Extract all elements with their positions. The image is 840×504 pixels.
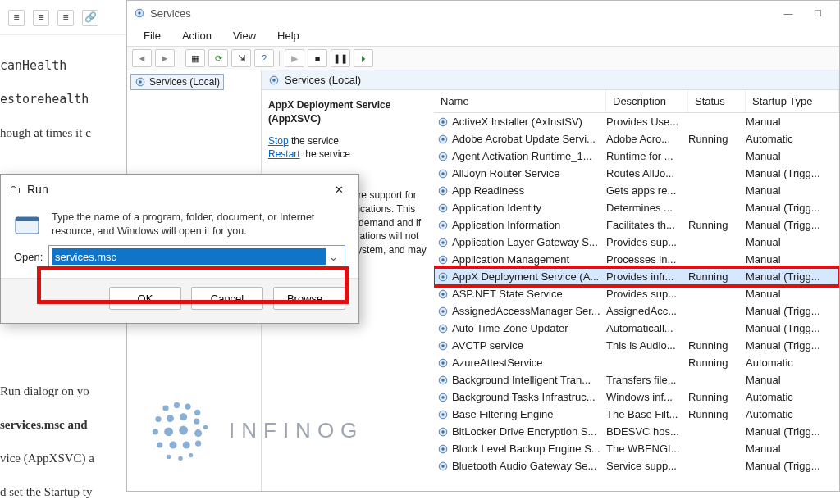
- services-titlebar: Services — ☐: [127, 1, 839, 25]
- service-row[interactable]: ASP.NET State ServiceProvides sup...Manu…: [434, 285, 839, 302]
- run-open-combobox[interactable]: ⌄: [48, 245, 345, 268]
- svg-point-27: [441, 293, 445, 296]
- svg-point-65: [183, 442, 190, 449]
- align-center-icon[interactable]: ≡: [33, 10, 49, 26]
- stop-link[interactable]: Stop: [268, 135, 289, 147]
- column-description[interactable]: Description: [606, 90, 688, 112]
- svg-point-50: [162, 405, 168, 411]
- menu-help[interactable]: Help: [269, 27, 308, 44]
- menu-action[interactable]: Action: [174, 27, 220, 44]
- run-titlebar: 🗀 Run ✕: [1, 175, 358, 204]
- play-icon[interactable]: ▶: [285, 49, 304, 67]
- service-row[interactable]: Adobe Acrobat Update Servi...Adobe Acro.…: [434, 130, 839, 148]
- services-gear-icon: [134, 7, 145, 19]
- pause-icon[interactable]: ❚❚: [331, 49, 350, 67]
- svg-point-5: [272, 79, 276, 82]
- svg-point-45: [441, 447, 445, 451]
- svg-point-64: [170, 442, 177, 449]
- svg-rect-49: [16, 217, 39, 221]
- cancel-button[interactable]: Cancel: [191, 287, 263, 310]
- svg-point-56: [180, 413, 187, 420]
- svg-point-29: [441, 310, 445, 313]
- svg-point-61: [179, 426, 188, 435]
- help-icon[interactable]: ?: [254, 49, 274, 67]
- nav-forward-icon[interactable]: ►: [155, 49, 175, 67]
- service-row[interactable]: BitLocker Drive Encryption S...BDESVC ho…: [434, 423, 839, 440]
- service-row[interactable]: Bluetooth Audio Gateway Se...Service sup…: [434, 457, 839, 474]
- refresh-icon[interactable]: ⟳: [208, 49, 228, 67]
- service-row[interactable]: Base Filtering EngineThe Base Filt...Run…: [434, 406, 839, 423]
- services-window-title: Services: [150, 7, 191, 20]
- services-columns-header: Name Description Status Startup Type: [434, 90, 839, 113]
- svg-point-58: [203, 425, 208, 429]
- svg-point-7: [441, 120, 445, 124]
- run-dialog: 🗀 Run ✕ Type the name of a program, fold…: [0, 174, 359, 324]
- align-right-icon[interactable]: ≡: [57, 10, 74, 26]
- service-row[interactable]: Application InformationFacilitates th...…: [434, 216, 839, 234]
- service-row[interactable]: Background Intelligent Tran...Transfers …: [434, 371, 839, 388]
- export-icon[interactable]: ⇲: [231, 49, 251, 67]
- menu-file[interactable]: File: [135, 27, 169, 44]
- services-list: Name Description Status Startup Type Act…: [434, 90, 839, 491]
- svg-point-11: [441, 155, 445, 158]
- run-folder-icon: 🗀: [9, 183, 21, 196]
- svg-point-47: [441, 465, 445, 468]
- detail-service-name: AppX Deployment Service (AppXSVC): [268, 98, 427, 126]
- svg-point-13: [441, 172, 445, 175]
- svg-point-37: [441, 379, 445, 382]
- column-startup[interactable]: Startup Type: [746, 90, 839, 112]
- svg-point-57: [194, 419, 199, 425]
- run-open-input[interactable]: [52, 248, 326, 265]
- svg-point-31: [441, 327, 445, 330]
- services-toolbar: ◄ ► ▦ ⟳ ⇲ ? ▶ ■ ❚❚ ⏵: [127, 47, 839, 70]
- svg-point-69: [189, 453, 193, 457]
- service-row[interactable]: App ReadinessGets apps re...Manual: [434, 182, 839, 199]
- services-content-header: Services (Local): [262, 70, 839, 90]
- svg-point-53: [194, 410, 200, 415]
- stop-icon[interactable]: ■: [308, 49, 327, 67]
- svg-point-62: [194, 429, 202, 437]
- service-row[interactable]: Application Layer Gateway S...Provides s…: [434, 234, 839, 251]
- service-row[interactable]: ActiveX Installer (AxInstSV)Provides Use…: [434, 113, 839, 130]
- svg-point-68: [178, 456, 182, 461]
- menu-view[interactable]: View: [225, 27, 264, 44]
- service-row[interactable]: Background Tasks Infrastruc...Windows in…: [434, 388, 839, 406]
- run-message: Type the name of a program, folder, docu…: [52, 211, 345, 238]
- chevron-down-icon[interactable]: ⌄: [326, 251, 341, 263]
- svg-point-66: [195, 441, 201, 447]
- browse-button[interactable]: Browse...: [273, 287, 345, 310]
- restart-link[interactable]: Restart: [268, 148, 300, 160]
- maximize-button[interactable]: ☐: [803, 4, 833, 22]
- minimize-button[interactable]: —: [774, 4, 803, 22]
- svg-point-41: [441, 413, 445, 416]
- svg-point-55: [167, 415, 174, 422]
- service-row[interactable]: Auto Time Zone UpdaterAutomaticall...Man…: [434, 320, 839, 337]
- svg-point-43: [441, 430, 445, 434]
- svg-point-19: [441, 224, 445, 227]
- service-row[interactable]: AppX Deployment Service (A...Provides in…: [434, 268, 839, 285]
- watermark-text: INFINOG: [229, 418, 363, 443]
- close-icon[interactable]: ✕: [327, 181, 350, 198]
- column-status[interactable]: Status: [688, 90, 746, 112]
- svg-point-23: [441, 258, 445, 261]
- service-row[interactable]: AzureAttestServiceRunningAutomatic: [434, 354, 839, 371]
- svg-point-35: [441, 361, 445, 365]
- service-row[interactable]: Block Level Backup Engine S...The WBENGI…: [434, 440, 839, 457]
- ok-button[interactable]: OK: [109, 287, 181, 310]
- service-row[interactable]: AllJoyn Router ServiceRoutes AllJo...Man…: [434, 165, 839, 182]
- tree-item-services-local[interactable]: Services (Local): [130, 74, 224, 90]
- align-left-icon[interactable]: ≡: [8, 10, 25, 26]
- column-name[interactable]: Name: [434, 90, 606, 112]
- service-row[interactable]: Application IdentityDetermines ...Manual…: [434, 199, 839, 216]
- service-row[interactable]: Agent Activation Runtime_1...Runtime for…: [434, 148, 839, 165]
- service-row[interactable]: AVCTP serviceThis is Audio...RunningManu…: [434, 337, 839, 354]
- svg-point-63: [157, 442, 162, 447]
- restart-icon[interactable]: ⏵: [354, 49, 373, 67]
- service-row[interactable]: Application ManagementProcesses in...Man…: [434, 251, 839, 268]
- properties-icon[interactable]: ▦: [185, 49, 205, 67]
- link-icon[interactable]: 🔗: [82, 10, 98, 26]
- nav-back-icon[interactable]: ◄: [132, 49, 152, 67]
- service-row[interactable]: AssignedAccessManager Ser...AssignedAcc.…: [434, 302, 839, 320]
- svg-point-17: [441, 207, 445, 210]
- svg-point-33: [441, 344, 445, 347]
